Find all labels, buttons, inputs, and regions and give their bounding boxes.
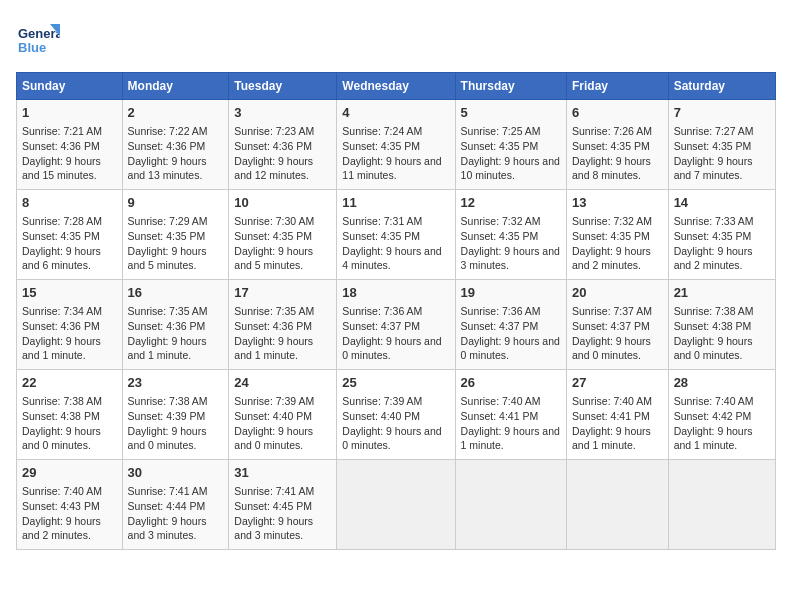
daylight: Daylight: 9 hours and 0 minutes. [22, 425, 101, 452]
sunset: Sunset: 4:36 PM [22, 320, 100, 332]
day-number: 4 [342, 104, 449, 122]
day-number: 10 [234, 194, 331, 212]
sunset: Sunset: 4:43 PM [22, 500, 100, 512]
sunrise: Sunrise: 7:40 AM [22, 485, 102, 497]
daylight: Daylight: 9 hours and 1 minute. [234, 335, 313, 362]
sunset: Sunset: 4:40 PM [234, 410, 312, 422]
daylight: Daylight: 9 hours and 1 minute. [674, 425, 753, 452]
calendar-cell: 4Sunrise: 7:24 AMSunset: 4:35 PMDaylight… [337, 100, 455, 190]
day-number: 27 [572, 374, 663, 392]
daylight: Daylight: 9 hours and 3 minutes. [128, 515, 207, 542]
sunrise: Sunrise: 7:40 AM [461, 395, 541, 407]
sunrise: Sunrise: 7:21 AM [22, 125, 102, 137]
calendar-cell [567, 460, 669, 550]
calendar-cell: 16Sunrise: 7:35 AMSunset: 4:36 PMDayligh… [122, 280, 229, 370]
sunrise: Sunrise: 7:39 AM [342, 395, 422, 407]
day-number: 11 [342, 194, 449, 212]
day-header-monday: Monday [122, 73, 229, 100]
calendar-cell: 1Sunrise: 7:21 AMSunset: 4:36 PMDaylight… [17, 100, 123, 190]
daylight: Daylight: 9 hours and 2 minutes. [22, 515, 101, 542]
sunset: Sunset: 4:36 PM [234, 140, 312, 152]
daylight: Daylight: 9 hours and 4 minutes. [342, 245, 441, 272]
week-row-5: 29Sunrise: 7:40 AMSunset: 4:43 PMDayligh… [17, 460, 776, 550]
calendar-cell: 26Sunrise: 7:40 AMSunset: 4:41 PMDayligh… [455, 370, 566, 460]
sunrise: Sunrise: 7:36 AM [461, 305, 541, 317]
day-header-thursday: Thursday [455, 73, 566, 100]
sunrise: Sunrise: 7:39 AM [234, 395, 314, 407]
calendar-cell: 23Sunrise: 7:38 AMSunset: 4:39 PMDayligh… [122, 370, 229, 460]
calendar-cell: 3Sunrise: 7:23 AMSunset: 4:36 PMDaylight… [229, 100, 337, 190]
sunrise: Sunrise: 7:41 AM [234, 485, 314, 497]
calendar-cell: 19Sunrise: 7:36 AMSunset: 4:37 PMDayligh… [455, 280, 566, 370]
sunset: Sunset: 4:35 PM [461, 230, 539, 242]
calendar-cell: 24Sunrise: 7:39 AMSunset: 4:40 PMDayligh… [229, 370, 337, 460]
day-number: 18 [342, 284, 449, 302]
calendar-cell: 7Sunrise: 7:27 AMSunset: 4:35 PMDaylight… [668, 100, 775, 190]
daylight: Daylight: 9 hours and 13 minutes. [128, 155, 207, 182]
day-header-wednesday: Wednesday [337, 73, 455, 100]
calendar-cell: 5Sunrise: 7:25 AMSunset: 4:35 PMDaylight… [455, 100, 566, 190]
day-number: 20 [572, 284, 663, 302]
daylight: Daylight: 9 hours and 1 minute. [461, 425, 560, 452]
daylight: Daylight: 9 hours and 7 minutes. [674, 155, 753, 182]
day-number: 2 [128, 104, 224, 122]
sunset: Sunset: 4:37 PM [342, 320, 420, 332]
sunrise: Sunrise: 7:26 AM [572, 125, 652, 137]
sunrise: Sunrise: 7:22 AM [128, 125, 208, 137]
day-number: 24 [234, 374, 331, 392]
sunrise: Sunrise: 7:41 AM [128, 485, 208, 497]
sunrise: Sunrise: 7:40 AM [572, 395, 652, 407]
day-number: 21 [674, 284, 770, 302]
daylight: Daylight: 9 hours and 8 minutes. [572, 155, 651, 182]
day-number: 28 [674, 374, 770, 392]
header-row: SundayMondayTuesdayWednesdayThursdayFrid… [17, 73, 776, 100]
day-header-tuesday: Tuesday [229, 73, 337, 100]
week-row-4: 22Sunrise: 7:38 AMSunset: 4:38 PMDayligh… [17, 370, 776, 460]
sunrise: Sunrise: 7:25 AM [461, 125, 541, 137]
sunrise: Sunrise: 7:35 AM [128, 305, 208, 317]
week-row-2: 8Sunrise: 7:28 AMSunset: 4:35 PMDaylight… [17, 190, 776, 280]
daylight: Daylight: 9 hours and 10 minutes. [461, 155, 560, 182]
day-header-saturday: Saturday [668, 73, 775, 100]
sunset: Sunset: 4:37 PM [461, 320, 539, 332]
daylight: Daylight: 9 hours and 1 minute. [22, 335, 101, 362]
calendar-cell [455, 460, 566, 550]
day-number: 12 [461, 194, 561, 212]
sunset: Sunset: 4:39 PM [128, 410, 206, 422]
calendar-cell: 13Sunrise: 7:32 AMSunset: 4:35 PMDayligh… [567, 190, 669, 280]
sunrise: Sunrise: 7:33 AM [674, 215, 754, 227]
calendar-cell: 18Sunrise: 7:36 AMSunset: 4:37 PMDayligh… [337, 280, 455, 370]
daylight: Daylight: 9 hours and 2 minutes. [572, 245, 651, 272]
calendar-cell: 8Sunrise: 7:28 AMSunset: 4:35 PMDaylight… [17, 190, 123, 280]
sunset: Sunset: 4:44 PM [128, 500, 206, 512]
sunset: Sunset: 4:37 PM [572, 320, 650, 332]
sunrise: Sunrise: 7:40 AM [674, 395, 754, 407]
sunrise: Sunrise: 7:38 AM [674, 305, 754, 317]
sunrise: Sunrise: 7:32 AM [461, 215, 541, 227]
daylight: Daylight: 9 hours and 15 minutes. [22, 155, 101, 182]
daylight: Daylight: 9 hours and 6 minutes. [22, 245, 101, 272]
sunrise: Sunrise: 7:29 AM [128, 215, 208, 227]
sunrise: Sunrise: 7:30 AM [234, 215, 314, 227]
calendar-cell [337, 460, 455, 550]
day-number: 23 [128, 374, 224, 392]
day-number: 25 [342, 374, 449, 392]
day-number: 26 [461, 374, 561, 392]
sunset: Sunset: 4:35 PM [342, 140, 420, 152]
calendar-cell: 6Sunrise: 7:26 AMSunset: 4:35 PMDaylight… [567, 100, 669, 190]
sunset: Sunset: 4:36 PM [22, 140, 100, 152]
daylight: Daylight: 9 hours and 3 minutes. [461, 245, 560, 272]
sunset: Sunset: 4:42 PM [674, 410, 752, 422]
sunrise: Sunrise: 7:36 AM [342, 305, 422, 317]
sunset: Sunset: 4:41 PM [572, 410, 650, 422]
daylight: Daylight: 9 hours and 2 minutes. [674, 245, 753, 272]
calendar-cell: 25Sunrise: 7:39 AMSunset: 4:40 PMDayligh… [337, 370, 455, 460]
calendar-table: SundayMondayTuesdayWednesdayThursdayFrid… [16, 72, 776, 550]
calendar-cell: 11Sunrise: 7:31 AMSunset: 4:35 PMDayligh… [337, 190, 455, 280]
sunrise: Sunrise: 7:32 AM [572, 215, 652, 227]
day-number: 9 [128, 194, 224, 212]
day-number: 31 [234, 464, 331, 482]
sunset: Sunset: 4:35 PM [342, 230, 420, 242]
calendar-cell: 22Sunrise: 7:38 AMSunset: 4:38 PMDayligh… [17, 370, 123, 460]
day-number: 30 [128, 464, 224, 482]
